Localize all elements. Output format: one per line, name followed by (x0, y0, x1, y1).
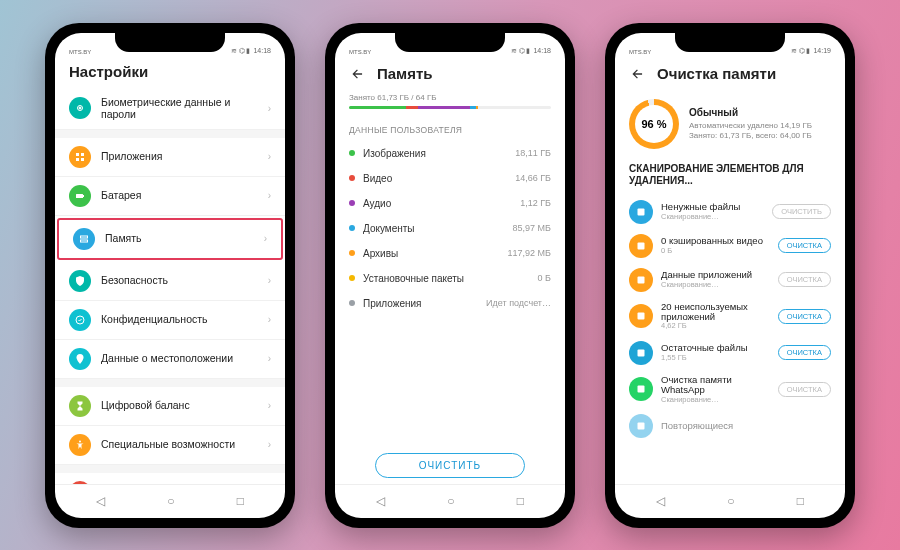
clock: 14:18 (533, 47, 551, 54)
gauge-line2: Занято: 61,73 ГБ, всего: 64,00 ГБ (689, 131, 812, 141)
nav-back[interactable]: ◁ (96, 494, 105, 508)
svg-rect-19 (638, 386, 645, 393)
cleanup-row[interactable]: Повторяющиеся (615, 409, 845, 443)
cleanup-subtitle: 0 Б (661, 247, 770, 255)
storage-category-row[interactable]: Архивы117,92 МБ (335, 241, 565, 266)
category-label: Архивы (363, 248, 500, 259)
svg-point-12 (79, 440, 81, 442)
shield-icon (69, 270, 91, 292)
nav-recent[interactable]: □ (797, 494, 804, 508)
svg-rect-6 (76, 194, 83, 198)
settings-row[interactable]: Батарея› (55, 177, 285, 216)
settings-row[interactable]: Аккаунты› (55, 473, 285, 484)
nav-home[interactable]: ○ (447, 494, 454, 508)
chevron-right-icon: › (268, 151, 271, 162)
cleanup-action-button[interactable]: ОЧИСТКА (778, 309, 831, 324)
nav-recent[interactable]: □ (237, 494, 244, 508)
storage-segment (476, 106, 478, 109)
cleanup-row[interactable]: Остаточные файлы1,55 ГБОЧИСТКА (615, 336, 845, 370)
notch (675, 30, 785, 52)
chevron-right-icon: › (268, 314, 271, 325)
settings-row[interactable]: Память› (57, 218, 283, 260)
cleanup-category-icon (629, 234, 653, 258)
cleanup-title: 20 неиспользуемых приложений (661, 302, 770, 323)
android-navbar: ◁ ○ □ (55, 484, 285, 518)
category-label: Аудио (363, 198, 512, 209)
nav-back[interactable]: ◁ (656, 494, 665, 508)
nav-recent[interactable]: □ (517, 494, 524, 508)
gauge-pct: 96 % (635, 105, 673, 143)
storage-gauge-row: 96 % Обычный Автоматически удалено 14,19… (615, 93, 845, 159)
category-value: Идет подсчет… (486, 298, 551, 308)
cleanup-action-button[interactable]: ОЧИСТИТЬ (772, 204, 831, 219)
clean-button[interactable]: ОЧИСТИТЬ (375, 453, 525, 478)
settings-row[interactable]: Безопасность› (55, 262, 285, 301)
chevron-right-icon: › (264, 233, 267, 244)
settings-row[interactable]: Цифровой баланс› (55, 387, 285, 426)
cleanup-title: Очистка памяти WhatsApp (661, 375, 770, 396)
settings-row[interactable]: Биометрические данные и пароли› (55, 88, 285, 130)
category-dot-icon (349, 275, 355, 281)
category-label: Приложения (363, 298, 478, 309)
svg-rect-5 (81, 158, 84, 161)
cleanup-row[interactable]: 20 неиспользуемых приложений4,62 ГБОЧИСТ… (615, 297, 845, 336)
settings-row[interactable]: Специальные возможности› (55, 426, 285, 465)
settings-row[interactable]: Приложения› (55, 138, 285, 177)
cleanup-subtitle: Сканирование… (661, 213, 764, 221)
page-title: Память (377, 65, 433, 82)
back-icon[interactable] (349, 65, 367, 83)
category-label: Установочные пакеты (363, 273, 530, 284)
cleanup-category-icon (629, 341, 653, 365)
cleanup-row[interactable]: Данные приложенийСканирование…ОЧИСТКА (615, 263, 845, 297)
storage-breakdown: Изображения18,11 ГБВидео14,66 ГБАудио1,1… (335, 141, 565, 445)
category-dot-icon (349, 250, 355, 256)
svg-rect-8 (81, 236, 88, 238)
svg-rect-7 (83, 195, 84, 197)
row-label: Приложения (101, 150, 258, 163)
category-value: 85,97 МБ (513, 223, 551, 233)
hourglass-icon (69, 395, 91, 417)
settings-row[interactable]: Данные о местоположении› (55, 340, 285, 379)
storage-category-row[interactable]: Документы85,97 МБ (335, 216, 565, 241)
cleanup-subtitle: 4,62 ГБ (661, 322, 770, 330)
storage-category-row[interactable]: Видео14,66 ГБ (335, 166, 565, 191)
nav-home[interactable]: ○ (167, 494, 174, 508)
back-icon[interactable] (629, 65, 647, 83)
nav-home[interactable]: ○ (727, 494, 734, 508)
cleanup-row[interactable]: Ненужные файлыСканирование…ОЧИСТИТЬ (615, 195, 845, 229)
storage-segment (418, 106, 471, 109)
cleanup-text: Данные приложенийСканирование… (661, 270, 770, 289)
svg-rect-17 (638, 313, 645, 320)
storage-category-row[interactable]: Установочные пакеты0 Б (335, 266, 565, 291)
row-label: Безопасность (101, 274, 258, 287)
cleanup-action-button[interactable]: ОЧИСТКА (778, 345, 831, 360)
privacy-icon (69, 309, 91, 331)
chevron-right-icon: › (268, 353, 271, 364)
row-label: Цифровой баланс (101, 399, 258, 412)
cleanup-category-icon (629, 200, 653, 224)
status-icons: ≋ ⌬ ▮ (791, 47, 811, 55)
settings-list[interactable]: Биометрические данные и пароли›Приложени… (55, 88, 285, 484)
clock: 14:19 (813, 47, 831, 54)
category-dot-icon (349, 225, 355, 231)
storage-category-row[interactable]: ПриложенияИдет подсчет… (335, 291, 565, 316)
cleanup-action-button[interactable]: ОЧИСТКА (778, 272, 831, 287)
storage-category-row[interactable]: Аудио1,12 ГБ (335, 191, 565, 216)
nav-back[interactable]: ◁ (376, 494, 385, 508)
cleanup-subtitle: 1,55 ГБ (661, 354, 770, 362)
cleanup-action-button[interactable]: ОЧИСТКА (778, 382, 831, 397)
category-label: Видео (363, 173, 507, 184)
cleanup-action-button[interactable]: ОЧИСТКА (778, 238, 831, 253)
cleanup-row[interactable]: Очистка памяти WhatsAppСканирование…ОЧИС… (615, 370, 845, 409)
cleanup-category-icon (629, 304, 653, 328)
storage-used-label: Занято 61,73 ГБ / 64 ГБ (335, 93, 565, 106)
svg-rect-15 (638, 242, 645, 249)
row-label: Конфиденциальность (101, 313, 258, 326)
cleanup-text: 0 кэшированных видео0 Б (661, 236, 770, 255)
storage-category-row[interactable]: Изображения18,11 ГБ (335, 141, 565, 166)
cleanup-list: Ненужные файлыСканирование…ОЧИСТИТЬ0 кэш… (615, 195, 845, 484)
settings-row[interactable]: Конфиденциальность› (55, 301, 285, 340)
cleanup-row[interactable]: 0 кэшированных видео0 БОЧИСТКА (615, 229, 845, 263)
svg-rect-18 (638, 349, 645, 356)
category-dot-icon (349, 175, 355, 181)
